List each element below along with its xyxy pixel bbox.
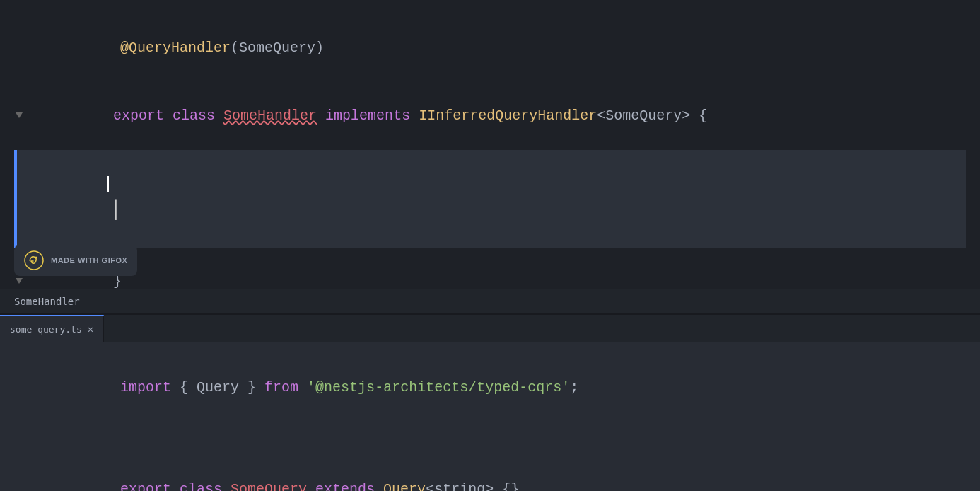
extends-keyword: extends (315, 481, 383, 491)
somequery-classname: SomeQuery (231, 481, 315, 491)
space (317, 108, 325, 124)
export-keyword: export (113, 108, 173, 124)
svg-marker-1 (16, 278, 23, 284)
fold-close-icon[interactable] (14, 275, 27, 288)
generic-bracket: <SomeQuery> { (597, 108, 707, 124)
svg-marker-0 (16, 112, 23, 118)
import-path: '@nestjs-architects/typed-cqrs' (307, 379, 570, 395)
top-code-panel: @QueryHandler(SomeQuery) export class So… (0, 0, 980, 289)
import-body: { Query } (171, 379, 264, 395)
import-keyword: import (120, 379, 171, 395)
text-cursor (107, 176, 109, 192)
panel-title-bar: SomeHandler (0, 289, 980, 314)
bottom-line-3: export class SomeQuery extends Query<str… (14, 451, 966, 491)
gifox-badge: MADE WITH GIFOX (14, 245, 137, 276)
code-line-3-active[interactable]: │ (14, 150, 966, 248)
line-content-1: @QueryHandler(SomeQuery) (14, 14, 966, 82)
line-content-2: export class SomeHandler implements IInf… (28, 82, 966, 150)
gifox-label: MADE WITH GIFOX (51, 256, 127, 265)
semicolon1: ; (570, 379, 578, 395)
fold-open-icon[interactable] (14, 110, 27, 122)
svg-point-2 (25, 251, 43, 270)
tab-filename: some-query.ts (10, 324, 82, 335)
bottom-line-content-1: import { Query } from '@nestjs-architect… (14, 350, 966, 426)
interface-name: IInferredQueryHandler (419, 108, 597, 124)
export-keyword-2: export (120, 481, 180, 491)
bottom-code-area: import { Query } from '@nestjs-architect… (0, 350, 980, 491)
from-keyword: from (264, 379, 298, 395)
line-content-3: │ (17, 150, 966, 248)
class-keyword-2: class (180, 481, 231, 491)
editor-container: @QueryHandler(SomeQuery) export class So… (0, 0, 980, 491)
gifox-logo (24, 250, 44, 270)
bottom-line-1: import { Query } from '@nestjs-architect… (14, 350, 966, 426)
svg-point-3 (35, 257, 37, 259)
decorator-args: (SomeQuery) (231, 40, 324, 56)
ibeam-cursor: │ (110, 199, 122, 220)
bottom-line-content-3: export class SomeQuery extends Query<str… (14, 451, 966, 491)
implements-keyword: implements (325, 108, 410, 124)
line-content-4: } (28, 248, 966, 289)
code-line-1: @QueryHandler(SomeQuery) (14, 14, 966, 82)
class-name-somehandler: SomeHandler (223, 108, 317, 124)
bottom-line-content-2 (14, 426, 966, 451)
bottom-code-panel[interactable]: import { Query } from '@nestjs-architect… (0, 342, 980, 491)
panel-title: SomeHandler (14, 296, 80, 307)
decorator-keyword: @QueryHandler (120, 40, 231, 56)
query-type: Query (383, 481, 426, 491)
code-line-2: export class SomeHandler implements IInf… (14, 82, 966, 150)
bottom-line-2-empty (14, 426, 966, 451)
code-line-4: } (14, 248, 966, 289)
tab-bar: some-query.ts ✕ (0, 314, 980, 342)
space2 (410, 108, 419, 124)
tab-some-query[interactable]: some-query.ts ✕ (0, 315, 104, 342)
generic-string: <string> {} (426, 481, 519, 491)
code-area-top[interactable]: @QueryHandler(SomeQuery) export class So… (0, 14, 980, 289)
space-from (298, 379, 307, 395)
class-keyword: class (173, 108, 223, 124)
tab-close-button[interactable]: ✕ (88, 325, 93, 335)
